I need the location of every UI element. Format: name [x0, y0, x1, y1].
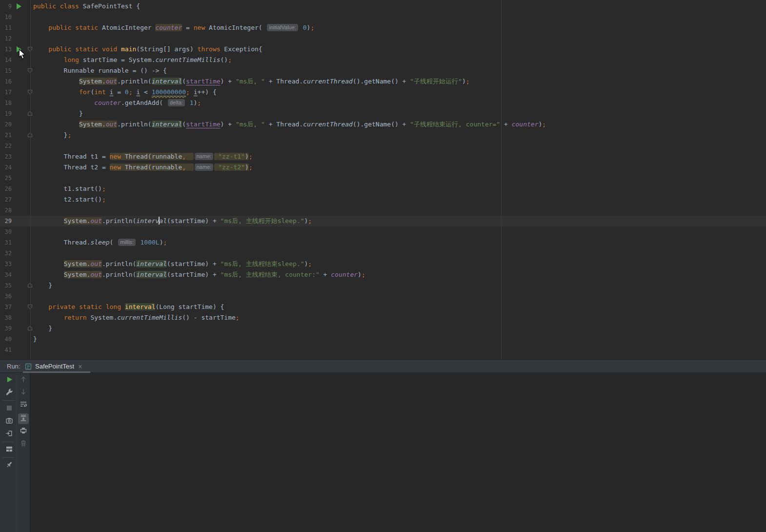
wrench-icon	[5, 388, 13, 398]
code-line-9[interactable]: 9public class SafePointTest {	[0, 1, 766, 12]
run-line-icon[interactable]	[17, 3, 21, 9]
ide-window: 9public class SafePointTest {1011 public…	[0, 0, 766, 532]
gutter-separator	[30, 0, 31, 359]
parameter-hint: initialValue:	[267, 24, 298, 31]
code-line-18[interactable]: 18 counter.getAndAdd( delta: 1);	[0, 98, 766, 108]
line-number: 19	[0, 108, 12, 119]
code-line-28[interactable]: 28	[0, 205, 766, 216]
line-number: 23	[0, 151, 12, 162]
line-number: 28	[0, 205, 12, 216]
console-output-area[interactable]	[30, 373, 766, 532]
code-text: }	[33, 110, 83, 117]
run-tab-safepointtest[interactable]: SafePointTest ×	[24, 360, 82, 373]
camera-icon	[5, 417, 13, 427]
code-line-26[interactable]: 26 t1.start();	[0, 184, 766, 194]
scroll-end-icon	[20, 414, 27, 424]
line-number: 31	[0, 237, 12, 248]
code-line-12[interactable]: 12	[0, 33, 766, 44]
code-line-32[interactable]: 32	[0, 248, 766, 259]
rerun-button[interactable]	[4, 375, 15, 386]
line-number: 21	[0, 130, 12, 141]
code-line-40[interactable]: 40}	[0, 334, 766, 345]
code-line-19[interactable]: 19 }	[0, 108, 766, 119]
code-line-23[interactable]: 23 Thread t1 = new Thread(runnable, name…	[0, 151, 766, 162]
line-number: 34	[0, 269, 12, 280]
print-button[interactable]	[18, 426, 29, 437]
code-line-11[interactable]: 11 public static AtomicInteger counter =…	[0, 22, 766, 33]
code-text: for(int i = 0; i < 100000000; i++) {	[33, 88, 217, 96]
restore-layout-button[interactable]	[4, 445, 15, 455]
code-line-33[interactable]: 33 System.out.println(interval(startTime…	[0, 259, 766, 269]
code-line-37[interactable]: 37 private static long interval(Long sta…	[0, 302, 766, 312]
close-tab-icon[interactable]: ×	[78, 363, 82, 370]
line-number: 14	[0, 55, 12, 65]
code-text: Thread t1 = new Thread(runnable, name: "…	[33, 153, 253, 160]
soft-wrap-button[interactable]	[18, 400, 29, 410]
code-line-30[interactable]: 30	[0, 226, 766, 237]
code-text: return System.currentTimeMillis() - star…	[33, 314, 240, 321]
code-text: }	[33, 335, 37, 343]
line-number: 18	[0, 98, 12, 108]
code-text: private static long interval(Long startT…	[33, 303, 224, 310]
code-line-22[interactable]: 22	[0, 141, 766, 151]
pin-tab-button[interactable]	[4, 460, 15, 471]
line-number: 32	[0, 248, 12, 259]
code-line-34[interactable]: 34 System.out.println(interval(startTime…	[0, 269, 766, 280]
line-number: 41	[0, 345, 12, 355]
line-number: 9	[0, 1, 12, 12]
code-text: Thread t2 = new Thread(runnable, name: "…	[33, 164, 253, 171]
code-line-20[interactable]: 20 System.out.println(interval(startTime…	[0, 119, 766, 130]
toolbar-divider	[2, 457, 14, 458]
code-text: System.out.println(interval(startTime) +…	[33, 260, 312, 267]
code-line-27[interactable]: 27 t2.start();	[0, 194, 766, 205]
build-settings-button[interactable]	[4, 388, 15, 398]
code-text: public static AtomicInteger counter = ne…	[33, 24, 314, 31]
code-line-21[interactable]: 21 };	[0, 130, 766, 141]
code-line-25[interactable]: 25	[0, 173, 766, 184]
right-margin-guide	[501, 0, 502, 359]
code-line-29[interactable]: 29 System.out.println(interval(startTime…	[0, 216, 766, 226]
code-line-17[interactable]: 17 for(int i = 0; i < 100000000; i++) {	[0, 87, 766, 98]
code-text: }	[33, 325, 52, 332]
code-line-14[interactable]: 14 long startTime = System.currentTimeMi…	[0, 55, 766, 65]
arrow-down-icon	[20, 388, 27, 398]
code-line-13[interactable]: 13 public static void main(String[] args…	[0, 44, 766, 55]
line-number: 39	[0, 323, 12, 334]
code-text: public class SafePointTest {	[33, 2, 140, 10]
exit-icon	[5, 430, 13, 439]
line-number: 20	[0, 119, 12, 130]
line-number: 11	[0, 22, 12, 33]
line-number: 13	[0, 44, 12, 55]
line-number: 24	[0, 162, 12, 173]
code-text: System.out.println(interval(startTime) +…	[33, 121, 546, 128]
clear-all-button[interactable]	[18, 439, 29, 450]
code-text: };	[33, 131, 71, 139]
toolbar-divider	[2, 400, 14, 401]
attach-console-button[interactable]	[4, 429, 15, 440]
code-line-16[interactable]: 16 System.out.println(interval(startTime…	[0, 76, 766, 87]
code-line-15[interactable]: 15 Runnable runnable = () -> {	[0, 65, 766, 76]
stop-button[interactable]	[4, 404, 15, 414]
code-line-10[interactable]: 10	[0, 12, 766, 22]
prev-occurrence-button[interactable]	[18, 375, 29, 386]
code-text: t1.start();	[33, 185, 106, 192]
run-tool-window-header: Run: SafePointTest ×	[0, 359, 766, 373]
scroll-to-end-button[interactable]	[18, 413, 29, 424]
next-occurrence-button[interactable]	[18, 388, 29, 398]
code-line-35[interactable]: 35 }	[0, 280, 766, 291]
code-line-31[interactable]: 31 Thread.sleep( millis: 1000L);	[0, 237, 766, 248]
code-text: System.out.println(interval(startTime) +…	[33, 271, 365, 278]
code-editor[interactable]: 9public class SafePointTest {1011 public…	[0, 0, 766, 359]
code-line-41[interactable]: 41	[0, 345, 766, 355]
code-line-24[interactable]: 24 Thread t2 = new Thread(runnable, name…	[0, 162, 766, 173]
line-number: 10	[0, 12, 12, 22]
dump-threads-button[interactable]	[4, 416, 15, 427]
code-line-36[interactable]: 36	[0, 291, 766, 302]
soft-wrap-icon	[20, 400, 27, 410]
arrow-up-icon	[20, 375, 27, 385]
line-number: 17	[0, 87, 12, 98]
code-line-39[interactable]: 39 }	[0, 323, 766, 334]
code-line-38[interactable]: 38 return System.currentTimeMillis() - s…	[0, 312, 766, 323]
run-class-console-icon	[24, 363, 32, 370]
code-text: System.out.println(interval(startTime) +…	[33, 78, 470, 85]
